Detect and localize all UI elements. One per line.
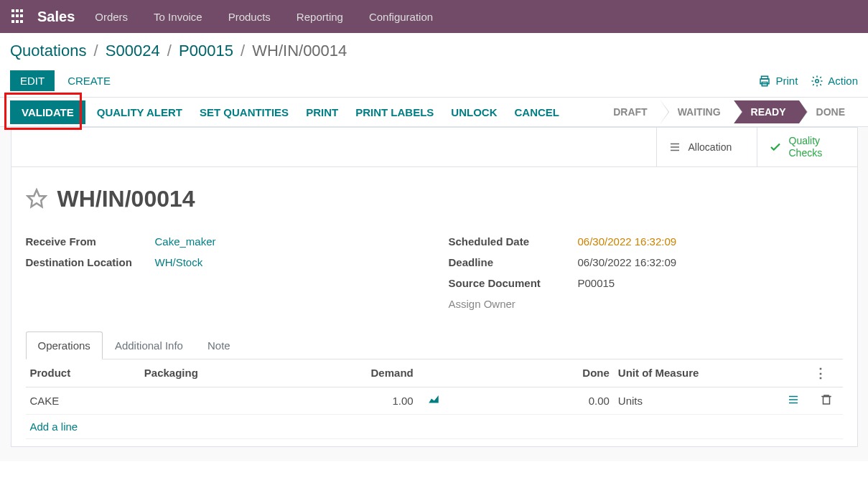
brand-title[interactable]: Sales bbox=[37, 9, 75, 25]
deadline-label: Deadline bbox=[449, 256, 578, 268]
kebab-icon: ⋮ bbox=[814, 366, 827, 380]
sheet-wrap: Allocation Quality Checks WH/IN/00014 Re… bbox=[0, 127, 868, 461]
nav-reporting[interactable]: Reporting bbox=[297, 11, 343, 23]
table-row[interactable]: CAKE 1.00 0.00 Units bbox=[26, 387, 843, 414]
cell-done: 0.00 bbox=[450, 387, 614, 414]
col-product: Product bbox=[26, 359, 140, 387]
nav-configuration[interactable]: Configuration bbox=[369, 11, 433, 23]
col-chart-spacer bbox=[418, 359, 451, 387]
tab-bar: Operations Additional Info Note bbox=[26, 332, 843, 359]
col-done: Done bbox=[450, 359, 614, 387]
stage-ready[interactable]: READY bbox=[734, 100, 799, 123]
tab-note[interactable]: Note bbox=[195, 332, 243, 359]
tab-operations[interactable]: Operations bbox=[26, 332, 103, 359]
col-packaging: Packaging bbox=[140, 359, 319, 387]
cell-demand: 1.00 bbox=[319, 387, 418, 414]
title-row: WH/IN/00014 bbox=[26, 186, 843, 212]
quality-checks-label: Quality Checks bbox=[789, 135, 839, 159]
crumb-quotations[interactable]: Quotations bbox=[10, 42, 86, 60]
col-kebab[interactable]: ⋮ bbox=[810, 359, 843, 387]
nav-products[interactable]: Products bbox=[228, 11, 271, 23]
edit-button[interactable]: EDIT bbox=[10, 70, 55, 91]
breadcrumb: Quotations / S00024 / P00015 / WH/IN/000… bbox=[10, 42, 858, 60]
nav-orders[interactable]: Orders bbox=[95, 11, 128, 23]
add-line-row[interactable]: Add a line bbox=[26, 414, 843, 438]
trash-icon bbox=[820, 393, 833, 406]
stage-draft[interactable]: DRAFT bbox=[596, 100, 660, 123]
toolbar: EDIT CREATE Print Action bbox=[10, 70, 858, 91]
add-line-link[interactable]: Add a line bbox=[26, 414, 843, 438]
print-label: Print bbox=[775, 75, 798, 87]
check-icon bbox=[769, 141, 782, 154]
print-icon bbox=[758, 75, 771, 88]
area-chart-icon bbox=[427, 393, 440, 406]
cell-uom: Units bbox=[614, 387, 778, 414]
source-doc-label: Source Document bbox=[449, 277, 578, 289]
star-icon[interactable] bbox=[26, 188, 47, 210]
stat-buttons: Allocation Quality Checks bbox=[11, 128, 857, 167]
cancel-button[interactable]: CANCEL bbox=[505, 98, 568, 126]
svg-point-3 bbox=[816, 79, 819, 83]
print-labels-button[interactable]: PRINT LABELS bbox=[347, 98, 442, 126]
receive-from-value[interactable]: Cake_maker bbox=[155, 235, 216, 248]
doc-title: WH/IN/00014 bbox=[57, 186, 195, 212]
allocation-label: Allocation bbox=[689, 141, 732, 153]
stage-waiting[interactable]: WAITING bbox=[661, 100, 734, 123]
print-button[interactable]: PRINT bbox=[297, 98, 347, 126]
destination-label: Destination Location bbox=[26, 256, 155, 268]
status-bar: VALIDATE QUALITY ALERT SET QUANTITIES PR… bbox=[0, 97, 868, 127]
create-button[interactable]: CREATE bbox=[57, 70, 121, 91]
col-detail bbox=[777, 359, 810, 387]
top-nav: Sales Orders To Invoice Products Reporti… bbox=[0, 0, 868, 33]
svg-rect-11 bbox=[823, 396, 829, 404]
stage-done[interactable]: DONE bbox=[799, 100, 858, 123]
deadline-value: 06/30/2022 16:32:09 bbox=[578, 256, 677, 268]
forecast-button[interactable] bbox=[418, 387, 451, 414]
set-quantities-button[interactable]: SET QUANTITIES bbox=[191, 98, 297, 126]
operations-table: Product Packaging Demand Done Unit of Me… bbox=[26, 359, 843, 439]
crumb-p00015[interactable]: P00015 bbox=[179, 42, 233, 60]
col-demand: Demand bbox=[319, 359, 418, 387]
status-stages: DRAFT WAITING READY DONE bbox=[596, 98, 858, 126]
quality-checks-stat-button[interactable]: Quality Checks bbox=[757, 128, 857, 166]
detail-button[interactable] bbox=[777, 387, 810, 414]
delete-row-button[interactable] bbox=[810, 387, 843, 414]
receive-from-label: Receive From bbox=[26, 235, 155, 248]
validate-button[interactable]: VALIDATE bbox=[10, 100, 85, 124]
scheduled-date-value: 06/30/2022 16:32:09 bbox=[578, 235, 677, 248]
control-row: Quotations / S00024 / P00015 / WH/IN/000… bbox=[0, 33, 868, 91]
list-icon bbox=[668, 141, 681, 154]
cell-packaging bbox=[140, 387, 319, 414]
crumb-s00024[interactable]: S00024 bbox=[106, 42, 160, 60]
print-action[interactable]: Print bbox=[758, 75, 798, 88]
col-uom: Unit of Measure bbox=[614, 359, 778, 387]
cell-product: CAKE bbox=[26, 387, 140, 414]
unlock-button[interactable]: UNLOCK bbox=[442, 98, 505, 126]
source-doc-value: P00015 bbox=[578, 277, 615, 289]
form-sheet: Allocation Quality Checks WH/IN/00014 Re… bbox=[11, 127, 858, 447]
allocation-stat-button[interactable]: Allocation bbox=[656, 128, 757, 166]
tab-additional-info[interactable]: Additional Info bbox=[103, 332, 195, 359]
svg-marker-7 bbox=[27, 190, 45, 207]
quality-alert-button[interactable]: QUALITY ALERT bbox=[88, 98, 191, 126]
field-grid: Receive From Cake_maker Destination Loca… bbox=[26, 231, 843, 314]
nav-to-invoice[interactable]: To Invoice bbox=[154, 11, 202, 23]
action-label: Action bbox=[828, 75, 858, 87]
apps-icon[interactable] bbox=[11, 9, 26, 24]
detail-list-icon bbox=[787, 393, 800, 406]
assign-owner-label: Assign Owner bbox=[449, 298, 578, 310]
action-dropdown[interactable]: Action bbox=[811, 75, 858, 88]
scheduled-date-label: Scheduled Date bbox=[449, 235, 578, 248]
crumb-current: WH/IN/00014 bbox=[252, 42, 347, 60]
destination-value[interactable]: WH/Stock bbox=[155, 256, 203, 268]
gear-icon bbox=[811, 75, 823, 88]
